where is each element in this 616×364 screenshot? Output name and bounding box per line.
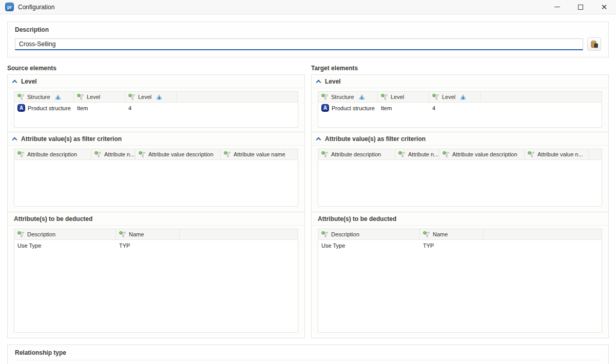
column-label: Name bbox=[129, 231, 144, 237]
filter-icon bbox=[128, 94, 136, 100]
source-level-table: Structure 1 Level Level bbox=[14, 91, 298, 128]
filter-icon bbox=[94, 151, 102, 158]
structure-cell: Product structure bbox=[28, 105, 71, 111]
column-header-structure[interactable]: Structure 1 bbox=[14, 92, 74, 102]
column-header-attribute-description[interactable]: Attribute description bbox=[14, 149, 91, 159]
relationship-label: Relationship type bbox=[15, 348, 601, 360]
column-header-level-number[interactable]: Level 2 bbox=[125, 92, 177, 102]
configuration-window: pr Configuration ✕ Description bbox=[0, 0, 616, 364]
description-cell: Use Type bbox=[318, 240, 420, 251]
app-icon: pr bbox=[5, 3, 14, 11]
filter-icon bbox=[321, 231, 329, 238]
description-input[interactable] bbox=[15, 38, 583, 50]
column-header-attribute-value-description[interactable]: Attribute value description bbox=[136, 149, 221, 159]
minimize-button[interactable] bbox=[545, 0, 569, 14]
column-label: Level bbox=[391, 94, 404, 100]
title-bar: pr Configuration ✕ bbox=[0, 0, 616, 14]
filter-icon bbox=[17, 151, 25, 158]
target-filter-title: Attribute value(s) as filter criterion bbox=[325, 135, 426, 143]
filter-icon bbox=[224, 151, 231, 158]
column-label: Attribute n... bbox=[408, 151, 438, 157]
table-header-row: Attribute description Attribute n... Att… bbox=[14, 149, 298, 160]
filter-icon bbox=[398, 151, 406, 158]
target-filter-section: Attribute value(s) as filter criterion A… bbox=[312, 132, 608, 212]
column-header-attribute-name[interactable]: Attribute n... bbox=[91, 149, 136, 159]
filter-icon bbox=[119, 231, 126, 238]
column-label: Attribute n... bbox=[104, 151, 134, 157]
target-deducted-title: Attribute(s) to be deducted bbox=[318, 215, 396, 223]
empty-cell bbox=[177, 103, 298, 113]
relationship-panel: Relationship type Similar item bbox=[7, 345, 609, 364]
column-header-level-number[interactable]: Level 2 bbox=[429, 92, 480, 102]
maximize-button[interactable] bbox=[569, 0, 592, 14]
source-deducted-table: Description Name Use Type TYP bbox=[14, 229, 298, 333]
column-label: Structure bbox=[331, 94, 354, 100]
source-heading: Source elements bbox=[7, 64, 305, 74]
column-header-description[interactable]: Description bbox=[14, 229, 116, 239]
paste-button[interactable] bbox=[587, 37, 601, 51]
table-header-row: Attribute description Attribute n... Att… bbox=[318, 149, 602, 160]
table-row[interactable]: A Product structure Item 4 bbox=[14, 103, 298, 113]
description-panel: Description bbox=[7, 22, 609, 57]
table-header-row: Description Name bbox=[14, 229, 298, 240]
name-cell: TYP bbox=[116, 240, 180, 251]
description-label: Description bbox=[15, 25, 601, 37]
empty-cell bbox=[484, 240, 602, 251]
target-filter-table: Attribute description Attribute n... Att… bbox=[318, 149, 602, 207]
target-deducted-section: Attribute(s) to be deducted Description bbox=[312, 212, 608, 338]
column-header-level[interactable]: Level bbox=[378, 92, 429, 102]
target-column: Target elements Level Structure bbox=[311, 64, 609, 338]
table-header-row: Description Name bbox=[318, 229, 602, 240]
column-header-filler bbox=[480, 92, 602, 102]
column-header-structure[interactable]: Structure 1 bbox=[318, 92, 378, 102]
source-panel: Level Structure 1 bbox=[7, 74, 305, 338]
target-level-header[interactable]: Level bbox=[312, 75, 608, 88]
structure-type-icon: A bbox=[17, 104, 25, 112]
sort-asc-icon: 2 bbox=[156, 94, 162, 99]
description-cell: Use Type bbox=[14, 240, 116, 251]
column-header-name[interactable]: Name bbox=[420, 229, 484, 239]
column-header-attribute-value-description[interactable]: Attribute value description bbox=[439, 149, 525, 159]
source-deducted-title: Attribute(s) to be deducted bbox=[14, 215, 92, 223]
filter-icon bbox=[17, 231, 25, 238]
column-header-attribute-value-name[interactable]: Attribute value n... bbox=[525, 149, 589, 159]
level-number-cell: 4 bbox=[125, 103, 177, 113]
table-header-row: Structure 1 Level Level bbox=[14, 92, 298, 103]
sort-asc-icon: 1 bbox=[55, 94, 61, 99]
column-header-filler bbox=[484, 229, 602, 239]
minimize-icon bbox=[554, 7, 560, 7]
column-label: Description bbox=[27, 231, 55, 237]
column-label: Attribute description bbox=[331, 151, 381, 157]
table-row[interactable]: Use Type TYP bbox=[14, 240, 298, 251]
column-header-filler bbox=[177, 92, 298, 102]
column-header-attribute-name[interactable]: Attribute n... bbox=[395, 149, 439, 159]
close-button[interactable]: ✕ bbox=[592, 0, 616, 14]
name-cell: TYP bbox=[420, 240, 484, 251]
column-header-description[interactable]: Description bbox=[318, 229, 420, 239]
table-row[interactable]: A Product structure Item 4 bbox=[318, 103, 602, 113]
column-header-level[interactable]: Level bbox=[74, 92, 125, 102]
level-cell: Item bbox=[378, 103, 429, 113]
window-title: Configuration bbox=[18, 4, 54, 11]
source-level-header[interactable]: Level bbox=[8, 75, 304, 88]
column-header-attribute-value-name[interactable]: Attribute value name bbox=[221, 149, 285, 159]
column-header-name[interactable]: Name bbox=[116, 229, 180, 239]
source-filter-table: Attribute description Attribute n... Att… bbox=[14, 149, 298, 207]
target-level-table: Structure 1 Level Level bbox=[318, 91, 602, 128]
chevron-up-icon bbox=[12, 137, 17, 143]
table-row[interactable]: Use Type TYP bbox=[318, 240, 602, 251]
column-label: Attribute value description bbox=[148, 151, 214, 157]
table-header-row: Structure 1 Level Level bbox=[318, 92, 602, 103]
column-header-attribute-description[interactable]: Attribute description bbox=[318, 149, 395, 159]
column-label: Level bbox=[442, 94, 455, 100]
level-number-cell: 4 bbox=[429, 103, 480, 113]
source-filter-header[interactable]: Attribute value(s) as filter criterion bbox=[8, 132, 304, 146]
description-row bbox=[15, 37, 601, 51]
target-deducted-header: Attribute(s) to be deducted bbox=[312, 212, 608, 226]
column-label: Attribute value name bbox=[234, 151, 285, 157]
target-filter-header[interactable]: Attribute value(s) as filter criterion bbox=[312, 132, 608, 146]
source-filter-title: Attribute value(s) as filter criterion bbox=[21, 135, 122, 143]
structure-cell: Product structure bbox=[332, 105, 375, 111]
filter-icon bbox=[423, 231, 430, 238]
column-header-filler bbox=[589, 149, 602, 159]
